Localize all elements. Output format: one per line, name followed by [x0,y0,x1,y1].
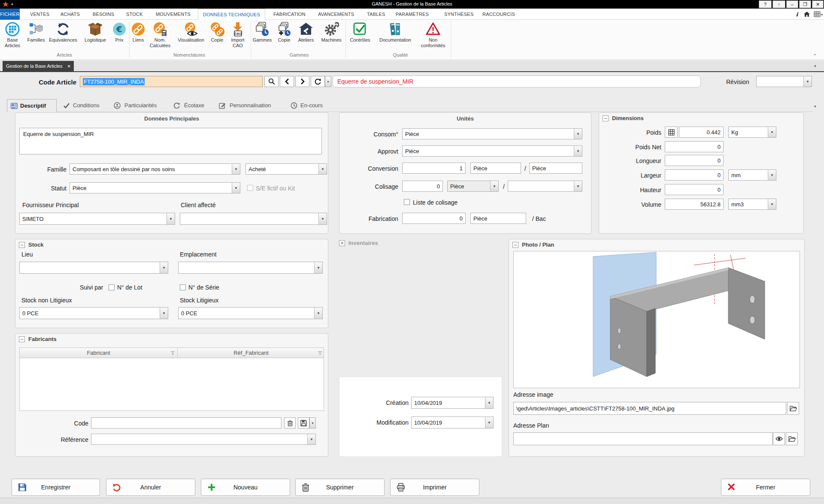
kit-checkbox[interactable] [247,185,253,191]
fabricants-table[interactable]: Fabricant Réf_Fabricant [19,347,324,411]
enregistrer-button[interactable]: Enregistrer [12,479,100,496]
dimensions-collapse-button[interactable]: − [603,115,609,121]
ribbon-controles-button[interactable]: Contrôles [347,21,373,43]
chevron-down-icon[interactable]: ▼ [485,397,493,408]
home-icon[interactable] [803,11,810,18]
tab-conditions[interactable]: Conditions [73,102,99,109]
chevron-down-icon[interactable]: ▼ [574,129,582,139]
browse-image-button[interactable] [787,402,799,415]
consom-combo[interactable]: Pièce ▼ [402,128,582,139]
poids-input[interactable]: 0.442 [679,127,724,138]
menu-parametres[interactable]: PARAMÈTRES [396,9,429,20]
photo-plan-collapse-button[interactable]: − [512,242,518,248]
fournisseur-combo[interactable]: SIMETO ▼ [19,213,175,225]
tab-descriptif[interactable]: Descriptif [7,99,57,112]
ribbon-ateliers-button[interactable]: Ateliers [295,21,317,43]
ribbon-prix-button[interactable]: € Prix [112,21,127,43]
longueur-input[interactable]: 0 [665,155,724,166]
lieu-combo[interactable]: ▼ [19,262,168,274]
modification-date-combo[interactable]: 10/04/2019 ▼ [411,416,494,429]
save-options-dropdown[interactable]: ▾ [309,417,316,429]
ribbon-non-conformites-button[interactable]: Non conformités [417,21,449,48]
close-button[interactable]: ✕ [812,0,824,8]
annuler-button[interactable]: Annuler [106,479,195,496]
colisage-unit2-combo[interactable]: ▼ [508,181,582,192]
stock-collapse-button[interactable]: − [19,242,25,248]
filter-funnel-icon[interactable] [171,351,175,355]
menu-tables[interactable]: TABLES [367,9,385,20]
menu-avancements[interactable]: AVANCEMENTS [318,9,354,20]
chevron-down-icon[interactable]: ▼ [574,181,582,191]
menu-besoins[interactable]: BESOINS [93,9,114,20]
view-plan-button[interactable] [773,432,785,445]
adresse-image-input[interactable]: \ged\Articles\Images_articles\CSTT\FT275… [513,402,786,415]
tab-overflow-icon[interactable]: ▾ [814,104,816,109]
ribbon-documentation-button[interactable]: Documentation [375,21,415,43]
menu-stock[interactable]: STOCK [126,9,143,20]
chevron-down-icon[interactable]: ▼ [167,213,175,224]
menu-syntheses[interactable]: SYNTHÈSES [444,9,473,20]
save-fabricant-button[interactable] [298,417,309,429]
statut-combo[interactable]: Pièce ▼ [70,182,240,193]
fabrication-input[interactable]: 0 [402,213,466,224]
ref-fabricant-column-header[interactable]: Réf_Fabricant [178,348,324,358]
menu-fabrication[interactable]: FABRICATION [273,9,306,20]
ribbon-equivalences-button[interactable]: Equivalences [44,21,82,43]
chevron-down-icon[interactable]: ▼ [318,213,327,224]
ribbon-gammes-button[interactable]: Gammes [250,21,274,43]
designation-field[interactable]: Equerre de suspension_MIR [333,75,701,88]
chevron-down-icon[interactable]: ▼ [768,199,776,209]
nouveau-button[interactable]: Nouveau [201,479,290,496]
largeur-input[interactable]: 0 [665,169,724,181]
ribbon-liens-button[interactable]: Liens [130,21,147,43]
chevron-down-icon[interactable]: ▼ [160,308,168,319]
adresse-plan-input[interactable] [513,432,772,445]
poids-calculator-button[interactable] [665,127,678,138]
volume-input[interactable]: 56312.8 [665,199,724,210]
menu-achats[interactable]: ACHATS [61,9,80,20]
chevron-down-icon[interactable]: ▼ [485,417,493,428]
chevron-down-icon[interactable]: ▼ [307,434,315,444]
ribbon-collapse-icon[interactable]: ⌃ [813,53,817,59]
filter-funnel-icon[interactable] [318,351,322,355]
liste-colisage-checkbox[interactable] [404,199,410,205]
ribbon-copie-gammes-button[interactable]: Copie [275,21,293,43]
chevron-down-icon[interactable]: ▼ [768,127,776,137]
approvt-combo[interactable]: Pièce ▼ [402,145,582,157]
info-icon[interactable]: i [794,11,800,17]
chevron-down-icon[interactable]: ▼ [232,164,240,174]
longueur-unit-combo[interactable]: mm ▼ [728,169,776,181]
ribbon-machines-button[interactable]: Machines [318,21,345,43]
fermer-button[interactable]: Fermer [721,479,810,496]
ribbon-nom-calculees-button[interactable]: Nom. Calculées [147,21,173,48]
creation-date-combo[interactable]: 10/04/2019 ▼ [411,397,494,409]
tab-ecotaxe[interactable]: Écotaxe [184,102,204,109]
ribbon-copie-nomenclature-button[interactable]: Copie [208,21,226,43]
conversion-input[interactable]: 1 [402,163,466,174]
poids-net-input[interactable]: 0 [665,141,724,152]
chevron-down-icon[interactable]: ▼ [768,170,776,180]
chevron-down-icon[interactable]: ▼ [803,76,812,87]
stock-litigieux-combo[interactable]: 0 PCE ▼ [178,307,323,319]
colisage-unit-combo[interactable]: Pièce ▼ [447,181,499,192]
tab-particularites[interactable]: Particularités [124,102,157,109]
reference-combo[interactable]: ▼ [91,434,316,445]
restore-button[interactable]: ❐ [799,0,811,8]
menu-ventes[interactable]: VENTES [30,9,49,20]
hauteur-input[interactable]: 0 [665,184,724,195]
client-affecte-combo[interactable]: ▼ [180,213,327,225]
lot-checkbox[interactable] [109,284,115,290]
help-button[interactable]: ? [759,0,772,8]
search-article-button[interactable] [264,76,279,87]
fabricant-code-input[interactable] [91,417,282,429]
next-article-button[interactable] [295,76,309,87]
chevron-down-icon[interactable]: ▼ [574,146,582,156]
achat-mode-combo[interactable]: Acheté ▼ [245,163,327,175]
chevron-down-icon[interactable]: ▼ [314,262,322,273]
previous-article-button[interactable] [280,76,294,87]
chevron-down-icon[interactable]: ▼ [160,262,168,273]
refresh-article-button[interactable] [311,76,325,87]
fabricant-column-header[interactable]: Fabricant [20,348,177,358]
ribbon-import-cao-button[interactable]: CAO Import CAO [227,21,248,48]
tab-personnalisation[interactable]: Personnalisation [230,102,271,109]
